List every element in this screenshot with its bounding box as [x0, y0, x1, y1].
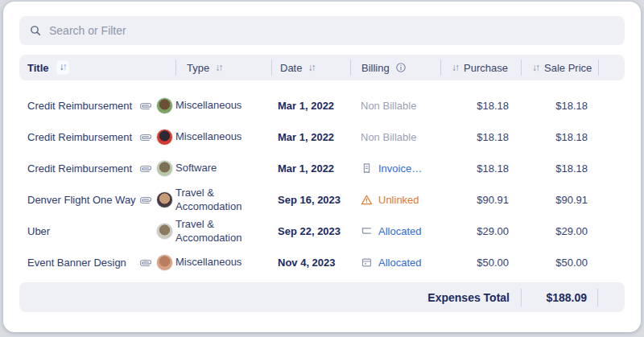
search-bar: [19, 16, 625, 45]
billing-label: Allocated: [378, 225, 421, 237]
column-header-title[interactable]: Title ↓↑: [19, 60, 175, 76]
expenses-total-value: $188.09: [521, 289, 598, 306]
purchase-price: $29.00: [440, 225, 521, 237]
expense-type: Travel & Accomodation: [175, 218, 271, 245]
expense-title: Denver Flight One Way: [19, 194, 137, 206]
invoice-icon: [361, 162, 373, 175]
avatar[interactable]: [156, 191, 173, 208]
table-row[interactable]: Credit Reimbursement Software Mar 1, 202…: [19, 153, 625, 184]
sort-icon-title[interactable]: ↓↑: [56, 60, 69, 75]
expenses-total-label: Expenses Total: [19, 291, 521, 304]
avatar[interactable]: [156, 129, 173, 146]
expense-date: Sep 22, 2023: [271, 225, 350, 237]
column-label-sale: Sale Price: [544, 62, 592, 74]
column-header-type[interactable]: Type ↓↑: [175, 60, 271, 76]
expense-date: Mar 1, 2022: [271, 131, 350, 143]
billing-status[interactable]: Non Billable: [350, 100, 440, 112]
paperclip-icon[interactable]: [140, 257, 151, 269]
column-label-billing: Billing: [361, 62, 390, 74]
avatar[interactable]: [156, 254, 173, 271]
sort-icon-sale[interactable]: ↓↑: [532, 62, 539, 73]
paperclip-icon[interactable]: [140, 195, 151, 206]
expense-type: Travel & Accomodation: [175, 187, 271, 214]
paperclip-icon[interactable]: [140, 101, 151, 112]
table-row[interactable]: Uber Travel & Accomodation Sep 22, 2023: [19, 216, 625, 247]
table-footer: Expenses Total $188.09: [19, 282, 625, 312]
column-label-date: Date: [280, 62, 302, 74]
expense-date: Nov 4, 2023: [271, 257, 350, 269]
sort-icon-type[interactable]: ↓↑: [215, 62, 221, 73]
sale-price: $29.00: [521, 225, 598, 237]
billing-status[interactable]: Allocated: [350, 225, 440, 237]
billing-status[interactable]: Unlinked: [350, 194, 440, 206]
expense-title: Credit Reimbursement: [19, 162, 137, 175]
sale-price: $90.91: [521, 194, 598, 206]
purchase-price: $18.18: [440, 131, 521, 143]
sort-icon-date[interactable]: ↓↑: [308, 62, 314, 73]
purchase-price: $50.00: [440, 257, 521, 269]
avatar[interactable]: [156, 97, 173, 114]
column-header-date[interactable]: Date ↓↑: [271, 60, 350, 76]
expense-title: Event Banner Design: [19, 257, 137, 269]
expenses-panel: Title ↓↑ Type ↓↑ Date ↓↑ Billing ↓↑ Purc…: [3, 2, 641, 332]
expense-title: Credit Reimbursement: [19, 100, 137, 112]
paperclip-icon[interactable]: [140, 163, 151, 175]
purchase-price: $18.18: [440, 162, 521, 175]
table-row[interactable]: Credit Reimbursement Miscellaneous Mar 1…: [19, 121, 625, 153]
purchase-price: $90.91: [440, 194, 521, 206]
search-icon: [29, 24, 42, 37]
billing-status[interactable]: Non Billable: [350, 131, 440, 143]
expense-title: Credit Reimbursement: [19, 131, 137, 143]
column-header-purchase[interactable]: ↓↑ Purchase: [440, 60, 521, 76]
expense-date: Sep 16, 2023: [271, 194, 350, 206]
layers-icon: [361, 225, 373, 237]
expense-type: Miscellaneous: [175, 256, 271, 269]
table-row[interactable]: Denver Flight One Way Travel & Accomodat…: [19, 184, 625, 216]
avatar[interactable]: [156, 160, 173, 177]
table-body: Credit Reimbursement Miscellaneous Mar 1…: [19, 90, 625, 278]
column-header-billing[interactable]: Billing: [350, 60, 440, 76]
billing-label: Non Billable: [361, 131, 416, 143]
warning-icon: [361, 194, 373, 206]
expense-type: Miscellaneous: [175, 99, 271, 113]
calendar-icon: [361, 257, 373, 269]
billing-label: Non Billable: [361, 100, 416, 112]
purchase-price: $18.18: [440, 100, 521, 112]
column-header-spacer: [598, 60, 625, 76]
column-label-title: Title: [27, 62, 49, 74]
table-row[interactable]: Credit Reimbursement Miscellaneous Mar 1…: [19, 90, 625, 121]
billing-label: Unlinked: [378, 194, 419, 206]
billing-label: Invoice…: [378, 162, 422, 175]
sale-price: $18.18: [521, 131, 598, 143]
sale-price: $50.00: [521, 257, 598, 269]
avatar[interactable]: [156, 223, 173, 240]
expense-date: Mar 1, 2022: [271, 162, 350, 175]
column-label-type: Type: [187, 62, 209, 74]
table-row[interactable]: Event Banner Design Miscellaneous Nov 4,…: [19, 247, 625, 278]
expense-title: Uber: [19, 225, 137, 237]
info-icon[interactable]: [395, 62, 407, 73]
column-label-purchase: Purchase: [464, 62, 508, 74]
table-header: Title ↓↑ Type ↓↑ Date ↓↑ Billing ↓↑ Purc…: [19, 55, 625, 80]
sort-icon-purchase[interactable]: ↓↑: [452, 62, 458, 73]
expense-date: Mar 1, 2022: [271, 100, 350, 112]
search-input[interactable]: [49, 24, 615, 37]
billing-status[interactable]: Allocated: [350, 257, 440, 269]
expense-type: Software: [175, 162, 271, 175]
column-header-sale[interactable]: ↓↑ Sale Price: [521, 60, 598, 76]
sale-price: $18.18: [521, 100, 598, 112]
billing-status[interactable]: Invoice…: [350, 162, 440, 175]
billing-label: Allocated: [378, 257, 421, 269]
expense-type: Miscellaneous: [175, 130, 271, 144]
paperclip-icon[interactable]: [140, 132, 151, 143]
sale-price: $18.18: [521, 162, 598, 175]
